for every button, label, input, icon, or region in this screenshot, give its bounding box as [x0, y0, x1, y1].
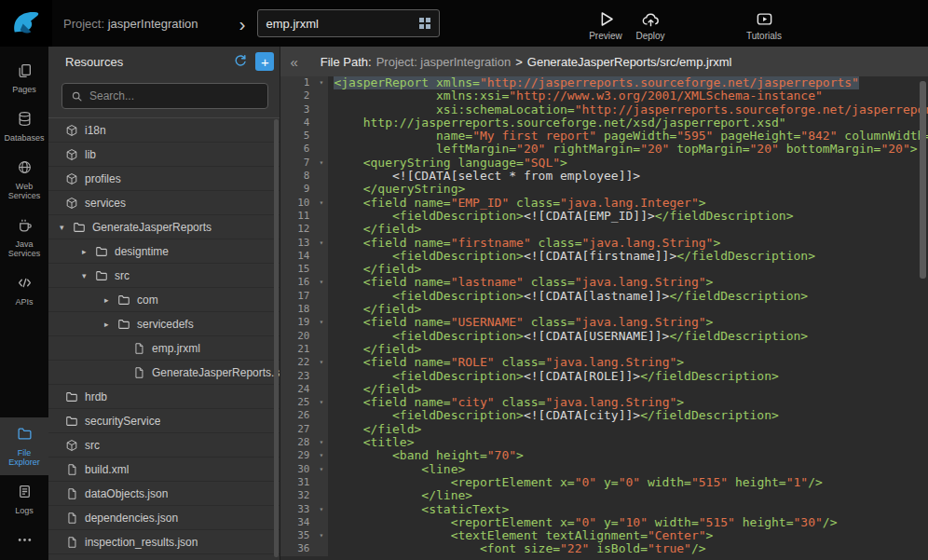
line-number: 28: [280, 436, 314, 449]
chevron-right-icon[interactable]: ▸: [104, 295, 117, 305]
code-text[interactable]: leftMargin="20" rightMargin="20" topMarg…: [328, 143, 928, 156]
code-text[interactable]: </field>: [328, 303, 928, 316]
code-text[interactable]: <field name="firstname" class="java.lang…: [328, 237, 928, 250]
code-text[interactable]: http://jasperreports.sourceforge.net/xsd…: [328, 116, 928, 130]
code-text[interactable]: </line>: [328, 489, 928, 502]
grid-icon[interactable]: [419, 18, 430, 29]
code-text[interactable]: name="My first report" pageWidth="595" p…: [328, 130, 928, 143]
code-text[interactable]: </field>: [328, 423, 928, 436]
code-text[interactable]: <fieldDescription><![CDATA[USERNAME]]></…: [328, 330, 928, 343]
refresh-button[interactable]: [233, 54, 248, 69]
editor-scrollbar[interactable]: [920, 81, 926, 279]
tree-item-servicedefs[interactable]: ▸servicedefs: [48, 312, 280, 336]
fold-toggle-icon[interactable]: ▾: [314, 449, 328, 462]
code-text[interactable]: </field>: [328, 383, 928, 396]
code-text[interactable]: <queryString language="SQL">: [328, 157, 928, 170]
code-text[interactable]: <reportElement x="0" y="10" width="515" …: [328, 516, 928, 529]
tree-item-com[interactable]: ▸com: [48, 288, 280, 312]
rail-spacer: [0, 315, 48, 417]
fold-toggle-icon[interactable]: ▾: [314, 503, 328, 516]
code-text[interactable]: <textElement textAlignment="Center">: [328, 529, 928, 542]
fold-toggle-icon[interactable]: ▾: [314, 396, 328, 409]
code-text[interactable]: <fieldDescription><![CDATA[firstname]]><…: [328, 250, 928, 263]
code-text[interactable]: </queryString>: [328, 183, 928, 196]
code-text[interactable]: <fieldDescription><![CDATA[EMP_ID]]></fi…: [328, 210, 928, 223]
tree-item-label: src: [115, 269, 130, 282]
code-text[interactable]: <fieldDescription><![CDATA[city]]></fiel…: [328, 409, 928, 422]
tree-item-inspection-results-json[interactable]: inspection_results.json: [48, 530, 280, 554]
search-input[interactable]: [89, 89, 259, 102]
code-text[interactable]: <fieldDescription><![CDATA[ROLE]]></fiel…: [328, 370, 928, 383]
code-text[interactable]: <reportElement x="0" y="0" width="515" h…: [328, 476, 928, 489]
code-text[interactable]: xsi:schemaLocation="http://jasperreports…: [328, 103, 928, 116]
fold-toggle-icon[interactable]: ▾: [314, 197, 328, 210]
tree-item-i18n[interactable]: i18n: [48, 118, 280, 143]
code-text[interactable]: <title>: [328, 436, 928, 449]
fold-toggle-icon[interactable]: ▾: [314, 463, 328, 476]
tree-item-src[interactable]: ▾src: [48, 264, 280, 288]
code-text[interactable]: <staticText>: [328, 503, 928, 516]
deploy-cloud-icon: [642, 10, 660, 28]
tutorials-button[interactable]: Tutorials: [740, 6, 788, 41]
fold-toggle-icon[interactable]: ▾: [314, 436, 328, 449]
code-text[interactable]: <![CDATA[select * from employee]]>: [328, 170, 928, 183]
chevron-right-icon[interactable]: ▸: [82, 247, 95, 256]
top-bar: Project: jasperIntegration › emp.jrxml P…: [0, 0, 928, 47]
tree-item-securityservice[interactable]: securityService: [48, 409, 280, 433]
deploy-button[interactable]: Deploy: [628, 6, 673, 41]
tree-item-generatejasperreports[interactable]: ▾GenerateJasperReports: [48, 215, 280, 239]
tree-item-emp-jrxml[interactable]: emp.jrxml: [48, 336, 280, 361]
chevron-down-icon[interactable]: ▾: [60, 223, 73, 232]
wavemaker-logo[interactable]: [0, 0, 52, 47]
sidebar-item-web-services[interactable]: Web Services: [0, 151, 48, 209]
code-text[interactable]: <line>: [328, 463, 928, 476]
code-line: 1▾<jasperReport xmlns="http://jasperrepo…: [280, 76, 928, 89]
tree-item-lib[interactable]: lib: [48, 143, 280, 167]
tree-item-designtime[interactable]: ▸designtime: [48, 239, 280, 264]
code-text[interactable]: <font size="22" isBold="true"/>: [328, 542, 928, 555]
resources-scrollbar[interactable]: [274, 119, 279, 557]
tree-item-profiles[interactable]: profiles: [48, 167, 280, 191]
sidebar-item-pages[interactable]: Pages: [0, 54, 48, 102]
collapse-panel-button[interactable]: «: [290, 54, 297, 70]
fold-toggle-icon[interactable]: ▾: [314, 316, 328, 329]
add-resource-button[interactable]: +: [255, 52, 274, 71]
tree-item-dataobjects-json[interactable]: dataObjects.json: [48, 482, 280, 506]
code-text[interactable]: </field>: [328, 223, 928, 236]
chevron-down-icon[interactable]: ▾: [82, 271, 95, 280]
fold-toggle-icon[interactable]: ▾: [314, 157, 328, 170]
tree-item-dependencies-json[interactable]: dependencies.json: [48, 506, 280, 530]
code-text[interactable]: <jasperReport xmlns="http://jasperreport…: [328, 76, 928, 89]
code-text[interactable]: <fieldDescription><![CDATA[lastname]]></…: [328, 290, 928, 303]
code-text[interactable]: xmlns:xsi="http://www.w3.org/2001/XMLSch…: [328, 89, 928, 102]
tree-item-services[interactable]: services: [48, 191, 280, 215]
sidebar-item-java-services[interactable]: Java Services: [0, 209, 48, 266]
tree-item-build-xml[interactable]: build.xml: [48, 458, 280, 482]
code-text[interactable]: <field name="USERNAME" class="java.lang.…: [328, 316, 928, 329]
preview-button[interactable]: Preview: [583, 6, 628, 41]
sidebar-item-logs[interactable]: Logs: [0, 475, 48, 524]
fold-toggle-icon[interactable]: ▾: [314, 237, 328, 250]
content-area: « File Path: Project: jasperIntegration …: [280, 47, 928, 560]
code-text[interactable]: <field name="ROLE" class="java.lang.Stri…: [328, 356, 928, 369]
code-text[interactable]: <field name="city" class="java.lang.Stri…: [328, 396, 928, 409]
code-text[interactable]: <band height="70">: [328, 449, 928, 462]
sidebar-item-apis[interactable]: APIs: [0, 266, 48, 315]
sidebar-item-more[interactable]: [0, 524, 48, 560]
fold-toggle-icon[interactable]: ▾: [314, 529, 328, 542]
code-text[interactable]: </field>: [328, 343, 928, 356]
tree-item-generatejasperreports-s[interactable]: GenerateJasperReports.s: [48, 361, 280, 385]
code-text[interactable]: <field name="lastname" class="java.lang.…: [328, 276, 928, 289]
fold-toggle-icon[interactable]: ▾: [314, 276, 328, 289]
file-tab[interactable]: emp.jrxml: [257, 9, 440, 37]
tree-item-src[interactable]: src: [48, 433, 280, 458]
code-text[interactable]: </field>: [328, 263, 928, 276]
code-text[interactable]: <field name="EMP_ID" class="java.lang.In…: [328, 197, 928, 210]
fold-toggle-icon[interactable]: ▾: [314, 76, 328, 89]
sidebar-item-databases[interactable]: Databases: [0, 102, 48, 151]
fold-toggle-icon[interactable]: ▾: [314, 356, 328, 369]
sidebar-item-file-explorer[interactable]: File Explorer: [0, 417, 48, 475]
chevron-right-icon[interactable]: ▸: [104, 320, 117, 329]
tree-item-hrdb[interactable]: hrdb: [48, 385, 280, 409]
line-number: 2: [280, 89, 314, 102]
